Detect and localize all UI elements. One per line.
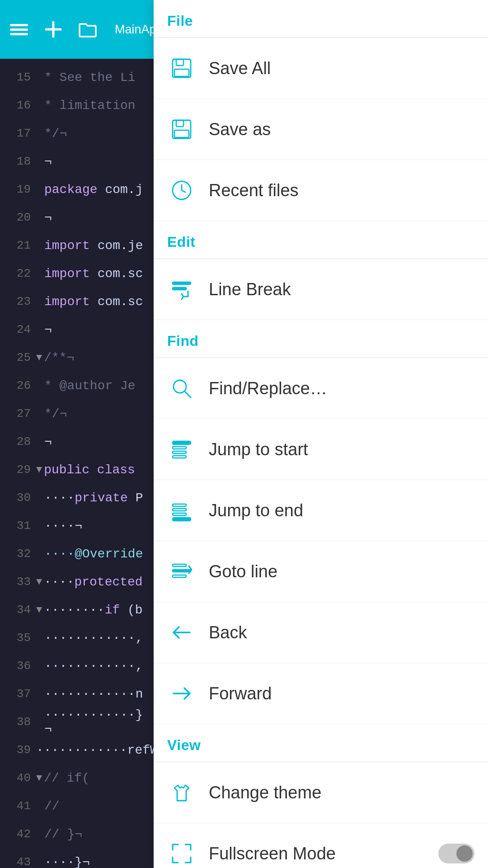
section-view: View [154,724,488,762]
line-number: 20 [4,211,36,224]
code-content: ············, [44,631,143,645]
menu-item-save-as[interactable]: Save as [154,99,488,160]
code-line: 21import com.je [0,231,154,259]
line-number: 32 [4,547,36,561]
code-line: 36············, [0,652,154,680]
goto-line-label: Goto line [209,562,277,581]
svg-rect-10 [174,130,189,137]
svg-rect-0 [10,24,28,26]
svg-line-15 [184,391,191,397]
code-area[interactable]: 15 * See the Li16 * limitation17 */¬18¬1… [0,59,154,868]
code-content: public class [44,463,135,477]
line-number: 43 [4,855,36,868]
collapse-arrow[interactable]: ▼ [36,773,42,784]
svg-rect-26 [173,575,186,577]
svg-rect-16 [173,441,191,444]
svg-rect-8 [173,120,191,138]
find-replace-icon [167,374,196,403]
line-number: 40 [4,771,36,785]
forward-label: Forward [209,684,272,703]
code-content: ············}¬ [44,708,150,736]
svg-rect-13 [173,288,186,290]
menu-icon[interactable] [8,19,30,40]
menu-item-fullscreen[interactable]: Fullscreen Mode [154,823,488,868]
line-number: 30 [4,491,36,505]
code-line: 30····private P [0,484,154,512]
menu-item-line-break[interactable]: Line Break [154,259,488,320]
line-number: 21 [4,239,36,252]
line-number: 42 [4,827,36,841]
menu-item-recent-files[interactable]: Recent files [154,160,488,221]
menu-item-jump-to-start[interactable]: Jump to start [154,419,488,480]
section-edit: Edit [154,221,488,259]
line-break-label: Line Break [209,280,291,299]
code-line: 15 * See the Li [0,63,154,91]
code-content: ····@Override [44,547,143,561]
find-replace-label: Find/Replace… [209,379,327,398]
add-file-icon[interactable] [42,19,64,40]
code-line: 33▼····protected [0,568,154,596]
code-line: 41// [0,792,154,820]
code-line: 31····¬ [0,512,154,540]
collapse-arrow[interactable]: ▼ [36,576,42,588]
editor-panel: MainApp.java | UTF-8 Text 15 * See the L… [0,0,154,868]
code-content: /**¬ [44,351,74,365]
menu-item-find-replace[interactable]: Find/Replace… [154,358,488,419]
code-content: import com.sc [44,267,143,281]
goto-line-icon [167,557,196,586]
toggle-knob [456,845,473,862]
svg-rect-5 [173,59,191,77]
menu-item-save-all[interactable]: Save All [154,38,488,99]
code-content: ····private P [44,491,143,505]
menu-item-goto-line[interactable]: Goto line [154,541,488,602]
svg-rect-21 [173,509,186,511]
collapse-arrow[interactable]: ▼ [36,604,42,616]
section-file: File [154,0,488,38]
line-number: 34 [4,603,36,617]
editor-toolbar: MainApp.java | UTF-8 Text [0,0,154,59]
code-line: 32····@Override [0,540,154,568]
code-line: 38············}¬ [0,708,154,736]
code-content: ····¬ [44,519,82,533]
code-line: 25▼/**¬ [0,344,154,372]
svg-rect-25 [173,570,191,572]
folder-icon[interactable] [77,19,99,40]
svg-rect-20 [173,504,186,506]
line-number: 37 [4,687,36,701]
collapse-arrow[interactable]: ▼ [36,464,42,476]
svg-rect-12 [173,282,191,284]
code-line: 42// }¬ [0,820,154,848]
code-content: */¬ [44,127,67,141]
line-number: 35 [4,631,36,645]
back-label: Back [209,623,247,642]
line-number: 17 [4,127,36,140]
line-number: 33 [4,575,36,589]
file-tab: MainApp.java | UTF-8 Text [111,0,154,59]
svg-rect-7 [174,69,189,76]
jump-to-start-icon [167,435,196,464]
fullscreen-toggle[interactable] [438,844,474,863]
line-number: 16 [4,99,36,112]
collapse-arrow[interactable]: ▼ [36,352,42,363]
code-content: ····}¬ [44,855,90,868]
code-line: 24¬ [0,316,154,344]
file-tab-name: MainApp.java [115,23,154,37]
menu-item-change-theme[interactable]: Change theme [154,762,488,823]
svg-rect-22 [173,513,186,515]
code-content: ········if (b [44,603,142,617]
code-content: import com.sc [44,295,143,309]
menu-panel: File Save All Save as Recent files Edit … [154,0,488,868]
menu-item-jump-to-end[interactable]: Jump to end [154,480,488,541]
menu-item-forward[interactable]: Forward [154,663,488,724]
menu-item-back[interactable]: Back [154,602,488,663]
code-content: ············n [44,687,143,701]
code-line: 43····}¬ [0,848,154,868]
code-content: // [44,799,60,813]
code-line: 20¬ [0,203,154,231]
line-number: 25 [4,351,36,364]
code-line: 18¬ [0,147,154,175]
code-content: // }¬ [44,827,82,841]
line-number: 23 [4,295,36,308]
svg-rect-1 [10,28,28,31]
svg-rect-17 [173,447,186,449]
